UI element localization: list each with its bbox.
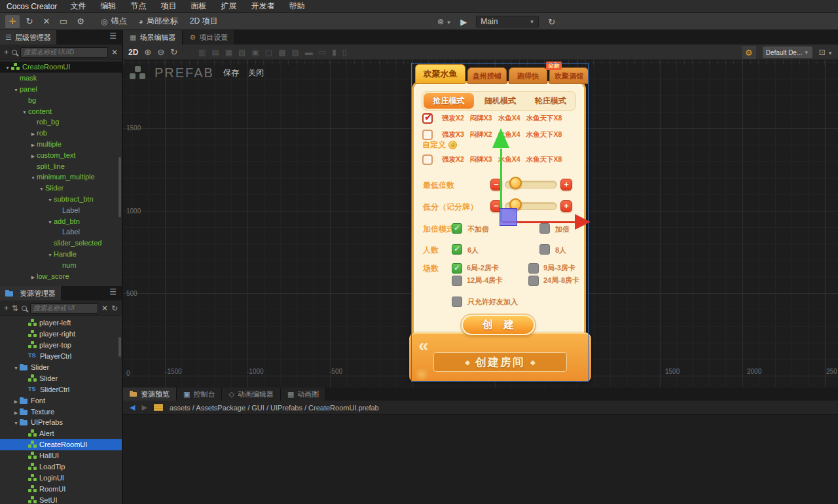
move-tool-button[interactable]: ✛	[5, 15, 20, 28]
hierarchy-node[interactable]: num	[0, 259, 122, 270]
expand-arrow-icon[interactable]	[46, 195, 54, 203]
hierarchy-node[interactable]: CreateRoomUI	[0, 62, 122, 73]
asset-item[interactable]: player-right	[0, 329, 122, 340]
view-mode-icon[interactable]: ⊡ ▼	[819, 48, 833, 57]
hierarchy-node[interactable]: rob	[0, 128, 122, 139]
align-icon[interactable]: ▤	[211, 48, 219, 57]
gizmo-center-handle[interactable]	[500, 208, 517, 226]
device-select[interactable]: ⊚ ▼	[437, 17, 451, 26]
option-checkbox[interactable]	[452, 244, 462, 255]
hierarchy-scrollbar[interactable]	[118, 157, 121, 217]
hierarchy-node[interactable]: multiple	[0, 139, 122, 150]
rule-checkbox[interactable]	[422, 154, 433, 165]
hierarchy-node[interactable]: rob_bg	[0, 117, 122, 128]
expand-arrow-icon[interactable]	[12, 408, 20, 416]
asset-item[interactable]: SetUI	[0, 494, 122, 504]
expand-arrow-icon[interactable]	[29, 129, 37, 137]
back-arrow-icon[interactable]: ◀	[130, 403, 135, 412]
game-tab[interactable]: 盘州捞铺	[467, 67, 507, 84]
tab-scene-editor[interactable]: ▦ 场景编辑器	[123, 30, 183, 45]
rule-checkbox[interactable]	[422, 130, 433, 140]
menu-item[interactable]: 项目	[160, 1, 176, 12]
assets-menu-icon[interactable]: ☰	[104, 286, 122, 300]
align-icon[interactable]: ▩	[278, 48, 285, 57]
forward-arrow-icon[interactable]: ▶	[141, 403, 147, 412]
round-checkbox[interactable]	[528, 263, 539, 274]
expand-arrow-icon[interactable]	[12, 418, 20, 426]
gizmo-tool-button[interactable]: ⚙	[73, 15, 88, 28]
menu-item[interactable]: 帮助	[289, 1, 304, 12]
asset-item[interactable]: CreateRoomUI	[0, 439, 122, 450]
asset-item[interactable]: player-left	[0, 317, 122, 329]
align-icon[interactable]: ▮	[332, 48, 337, 57]
expand-arrow-icon[interactable]	[29, 151, 37, 159]
refresh-button[interactable]: ↻	[548, 17, 555, 27]
asset-item[interactable]: HallUI	[0, 450, 122, 461]
expand-arrow-icon[interactable]	[46, 217, 54, 225]
hierarchy-tab[interactable]: ☰ 层级管理器	[0, 30, 56, 45]
align-icon[interactable]: ▯	[342, 48, 347, 57]
search-icon[interactable]	[12, 50, 17, 55]
mode-tab[interactable]: 轮庄模式	[525, 92, 575, 110]
expand-arrow-icon[interactable]	[12, 363, 20, 371]
menu-item[interactable]: 面板	[191, 1, 206, 12]
hierarchy-node[interactable]: add_btn	[0, 215, 122, 226]
hierarchy-node[interactable]: low_score	[0, 270, 122, 281]
reset-view-icon[interactable]: ↻	[170, 47, 177, 57]
hierarchy-node[interactable]: Slider	[0, 183, 122, 194]
option-checkbox[interactable]	[539, 223, 550, 234]
align-icon[interactable]: ▦	[225, 48, 232, 57]
hierarchy-search-input[interactable]	[20, 47, 108, 58]
hierarchy-node[interactable]: slider_selected	[0, 238, 122, 249]
scene-canvas[interactable]: 150010005000 -1500-1000-50015002000250 P…	[123, 60, 838, 387]
asset-item[interactable]: LoginUI	[0, 472, 122, 483]
mode-tab[interactable]: 抢庄模式	[424, 93, 474, 109]
assets-search-input[interactable]	[30, 303, 98, 314]
refresh-assets-icon[interactable]: ↻	[111, 304, 118, 313]
back-chevron-icon[interactable]	[418, 335, 429, 356]
expand-arrow-icon[interactable]	[38, 184, 45, 192]
rotate-tool-button[interactable]: ↻	[22, 15, 37, 28]
hierarchy-node[interactable]: minimum_multiple	[0, 171, 122, 183]
hierarchy-node[interactable]: subtract_btn	[0, 194, 122, 205]
zoom-out-icon[interactable]: ⊖	[157, 47, 164, 57]
menu-item[interactable]: 扩展	[221, 1, 236, 12]
align-icon[interactable]: ▭	[319, 48, 326, 57]
asset-item[interactable]: player-top	[0, 340, 122, 351]
asset-item[interactable]: PlayerCtrl	[0, 351, 122, 362]
hierarchy-node[interactable]: content	[0, 105, 122, 117]
mode-2d-button[interactable]: 2D	[128, 48, 138, 57]
scene-gizmo-settings-button[interactable]: ⚙	[742, 46, 756, 59]
prefab-close-button[interactable]: 关闭	[248, 67, 264, 79]
align-icon[interactable]: ▥	[198, 48, 206, 57]
option-checkbox[interactable]	[452, 223, 462, 234]
menu-item[interactable]: 开发者	[251, 1, 274, 12]
play-button[interactable]: ▶	[460, 17, 467, 27]
search-icon[interactable]	[22, 306, 27, 311]
expand-arrow-icon[interactable]	[29, 173, 37, 181]
menu-item[interactable]: 编辑	[100, 1, 116, 12]
hierarchy-menu-icon[interactable]: ☰	[104, 30, 122, 45]
friends-only-checkbox[interactable]	[452, 297, 462, 307]
hierarchy-node[interactable]: bg	[0, 94, 122, 105]
collapse-all-icon[interactable]: ✕	[111, 48, 118, 57]
align-icon[interactable]: ▣	[251, 48, 259, 57]
hierarchy-node[interactable]: Label	[0, 226, 122, 238]
hierarchy-node[interactable]: panel	[0, 84, 122, 95]
slider-handle[interactable]	[509, 177, 522, 189]
gizmo-y-arrow-icon[interactable]	[492, 128, 509, 148]
local-coords-toggle[interactable]: ◕ 局部坐标	[138, 16, 177, 27]
assets-scrollbar[interactable]	[118, 337, 121, 357]
asset-item[interactable]: LoadTip	[0, 461, 122, 473]
game-tab[interactable]: 跑得快	[509, 67, 548, 84]
align-icon[interactable]: ▬	[305, 48, 313, 57]
rect-tool-button[interactable]: ▭	[56, 15, 71, 28]
game-tab[interactable]: 欢聚水鱼	[415, 64, 465, 84]
asset-item[interactable]: Slider	[0, 362, 122, 373]
asset-item[interactable]: RoomUI	[0, 483, 122, 494]
prefab-save-button[interactable]: 保存	[223, 67, 239, 79]
expand-arrow-icon[interactable]	[12, 397, 20, 405]
asset-item[interactable]: Font	[0, 395, 122, 406]
rule-checkbox[interactable]	[422, 113, 433, 124]
gizmo-x-arrow-icon[interactable]	[575, 214, 591, 230]
